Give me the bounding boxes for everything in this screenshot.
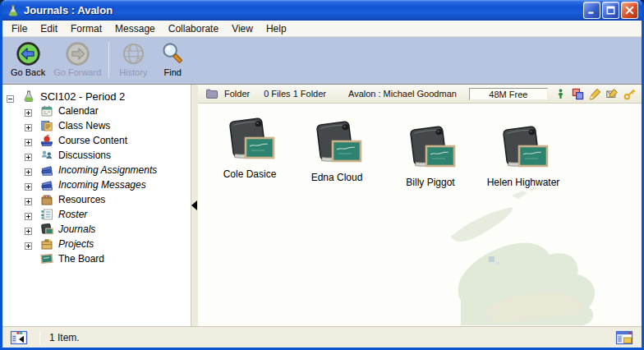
course-content-icon [40,134,54,147]
tree-label-sci102-period-2: SCI102 - Period 2 [40,90,125,103]
expand-toggle-icon[interactable] [25,211,32,219]
history-button[interactable]: History [113,40,153,77]
tree-item-course-content[interactable]: Course Content [2,133,191,148]
window-controls [583,2,638,19]
menu-bar: FileEditFormatMessageCollaborateViewHelp [2,21,642,37]
journal-label-billy-piggot: Billy Piggot [382,177,479,188]
statusbar-separator [39,330,40,345]
tree-item-resources[interactable]: Resources [2,192,191,207]
tree-label-the-board: The Board [58,253,104,265]
journal-book-icon [475,125,572,176]
toolbar-separator [108,42,109,78]
back-icon [16,41,41,67]
expand-collapse-icon[interactable] [7,93,14,100]
minimize-button[interactable] [583,2,600,19]
tree-item-class-news[interactable]: Class News [2,118,191,133]
splitter-collapse-icon[interactable] [191,200,197,210]
journal-item-helen-highwater[interactable]: Helen Highwater [475,125,572,188]
panel-splitter[interactable] [191,85,198,326]
map-watermark [436,186,642,325]
menu-collaborate[interactable]: Collaborate [162,21,225,36]
tree-panel: SCI102 - Period 2CalendarClass NewsCours… [2,85,191,326]
info-bar-actions [554,88,636,100]
title-bar[interactable]: Journals : Avalon [2,0,642,21]
free-space-indicator: 48M Free [469,88,548,100]
discussions-icon [40,149,54,162]
tree-item-incoming-messages[interactable]: Incoming Messages [2,177,191,192]
journal-item-edna-cloud[interactable]: Edna Cloud [288,120,385,183]
panel-toggle-icon[interactable] [10,330,29,345]
journal-label-helen-highwater: Helen Highwater [475,177,572,188]
status-bar: 1 Item. [2,326,642,348]
expand-toggle-icon[interactable] [25,152,32,159]
history-icon [121,41,146,67]
tree-item-journals[interactable]: Journals [2,222,191,237]
go-back-button[interactable]: Go Back [7,40,49,77]
menu-message[interactable]: Message [108,21,162,36]
menu-file[interactable]: File [5,21,34,36]
tree-item-the-board[interactable]: The Board [2,251,191,266]
folder-info-bar: Folder 0 Files 1 Folder Avalon : Michael… [198,85,642,104]
history-label: History [119,67,147,77]
expand-toggle-icon[interactable] [25,196,32,204]
tree-item-incoming-assignments[interactable]: Incoming Assignments [2,163,191,177]
journal-icon [40,223,54,236]
file-counts: 0 Files 1 Folder [264,89,326,99]
tree-item-discussions[interactable]: Discussions [2,148,191,163]
go-back-label: Go Back [11,67,45,77]
toolbar: Go BackGo ForwardHistoryFind [2,37,642,84]
tree-label-journals: Journals [58,223,95,235]
window-layout-icon[interactable] [615,330,634,345]
tree-item-calendar[interactable]: Calendar [2,104,191,118]
messages-icon [40,178,54,191]
menu-help[interactable]: Help [260,21,293,36]
app-flask-icon [7,4,20,17]
tree-label-class-news: Class News [58,120,110,131]
find-label: Find [164,67,182,77]
copy-squares-icon[interactable] [572,88,584,100]
expand-toggle-icon[interactable] [25,241,32,248]
flask-icon [22,90,36,103]
pencil-icon[interactable] [589,88,601,100]
calendar-icon [40,104,54,117]
news-icon [40,119,54,132]
menu-edit[interactable]: Edit [34,21,64,36]
close-button[interactable] [621,2,638,19]
journal-label-cole-dasice: Cole Dasice [201,168,298,180]
expand-toggle-icon[interactable] [25,137,32,145]
tree-label-resources: Resources [58,194,105,205]
expand-toggle-icon[interactable] [25,167,32,174]
assignments-icon [40,163,54,177]
expand-toggle-icon[interactable] [25,108,32,115]
journal-book-icon [382,125,479,176]
journal-book-icon [288,120,385,171]
tree-item-sci102-period-2[interactable]: SCI102 - Period 2 [2,89,191,104]
tree-label-incoming-messages: Incoming Messages [58,179,146,191]
journal-book-icon [201,117,298,168]
menu-format[interactable]: Format [64,21,108,36]
person-icon[interactable] [554,88,567,100]
folder-icon [205,88,218,99]
resources-icon [40,193,54,206]
files-area: Cole DasiceEdna CloudBilly PiggotHelen H… [198,104,642,326]
tree-item-projects[interactable]: Projects [2,237,191,251]
find-icon [160,41,186,67]
expand-toggle-icon[interactable] [25,226,32,233]
tree-item-roster[interactable]: Roster [2,207,191,222]
expand-toggle-icon[interactable] [25,182,32,189]
expand-toggle-icon[interactable] [25,122,32,130]
roster-icon [40,208,54,221]
find-button[interactable]: Find [153,40,192,77]
tree-label-projects: Projects [58,238,94,250]
journal-label-edna-cloud: Edna Cloud [288,172,385,183]
board-icon [40,252,54,265]
app-window: Journals : Avalon FileEditFormatMessageC… [0,0,644,350]
compose-mail-icon[interactable] [606,88,619,100]
folder-label: Folder [224,89,250,99]
go-forward-button[interactable]: Go Forward [49,40,105,77]
journal-item-cole-dasice[interactable]: Cole Dasice [201,117,298,180]
menu-view[interactable]: View [225,21,260,36]
journal-item-billy-piggot[interactable]: Billy Piggot [382,125,479,188]
key-icon[interactable] [623,88,636,100]
maximize-button[interactable] [602,2,619,19]
